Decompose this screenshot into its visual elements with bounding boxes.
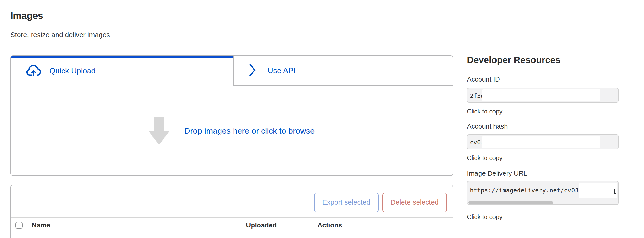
page-subtitle: Store, resize and deliver images bbox=[10, 31, 110, 39]
redaction-overlay bbox=[579, 183, 617, 198]
column-header-uploaded: Uploaded bbox=[237, 221, 308, 229]
account-hash-copy-box[interactable]: cv0J bbox=[467, 134, 618, 149]
table-toolbar: Export selected Delete selected bbox=[11, 185, 452, 217]
table-header-row: Name Uploaded Actions bbox=[11, 217, 452, 234]
tab-use-api[interactable]: Use API bbox=[234, 56, 452, 86]
images-table-card: Export selected Delete selected Name Upl… bbox=[10, 185, 453, 238]
account-id-copy-box[interactable]: 2f3d bbox=[467, 88, 618, 103]
image-delivery-url-value: https://imagedelivery.net/cv0JS bbox=[468, 181, 582, 199]
account-hash-copy-hint: Click to copy bbox=[467, 154, 502, 162]
cloudflare-images-page: Images Store, resize and deliver images … bbox=[0, 0, 644, 238]
developer-resources-title: Developer Resources bbox=[467, 55, 560, 66]
tab-quick-upload[interactable]: Quick Upload bbox=[11, 56, 234, 86]
account-hash-value: cv0J bbox=[468, 135, 484, 149]
dropzone-label[interactable]: Drop images here or click to browse bbox=[184, 126, 314, 136]
account-id-label: Account ID bbox=[467, 75, 500, 84]
export-selected-button[interactable]: Export selected bbox=[314, 193, 378, 212]
column-header-actions: Actions bbox=[308, 221, 452, 229]
image-delivery-url-copy-box[interactable]: https://imagedelivery.net/cv0JS 1 bbox=[467, 181, 618, 205]
down-arrow-icon bbox=[148, 117, 169, 145]
redaction-overlay bbox=[482, 90, 600, 102]
cloud-upload-icon bbox=[26, 64, 41, 77]
redaction-overlay bbox=[482, 136, 600, 148]
upload-card: Quick Upload Use API Drop images here or… bbox=[10, 55, 453, 176]
dropzone[interactable]: Drop images here or click to browse bbox=[11, 86, 452, 176]
tab-quick-upload-label: Quick Upload bbox=[49, 66, 96, 75]
account-id-value: 2f3d bbox=[468, 88, 484, 103]
image-delivery-url-copy-hint: Click to copy bbox=[467, 213, 502, 221]
account-hash-label: Account hash bbox=[467, 122, 508, 130]
select-all-checkbox[interactable] bbox=[16, 222, 22, 229]
tab-strip: Quick Upload Use API bbox=[11, 56, 452, 86]
image-delivery-url-label: Image Delivery URL bbox=[467, 169, 527, 178]
column-header-name: Name bbox=[22, 221, 237, 229]
page-title: Images bbox=[10, 10, 43, 21]
chevron-right-icon bbox=[249, 64, 256, 78]
horizontal-scrollbar[interactable] bbox=[468, 201, 553, 204]
account-id-copy-hint: Click to copy bbox=[467, 108, 502, 115]
tab-use-api-label: Use API bbox=[268, 66, 296, 75]
obscured-character-fragment: 1 bbox=[614, 188, 617, 195]
delete-selected-button[interactable]: Delete selected bbox=[382, 193, 447, 212]
